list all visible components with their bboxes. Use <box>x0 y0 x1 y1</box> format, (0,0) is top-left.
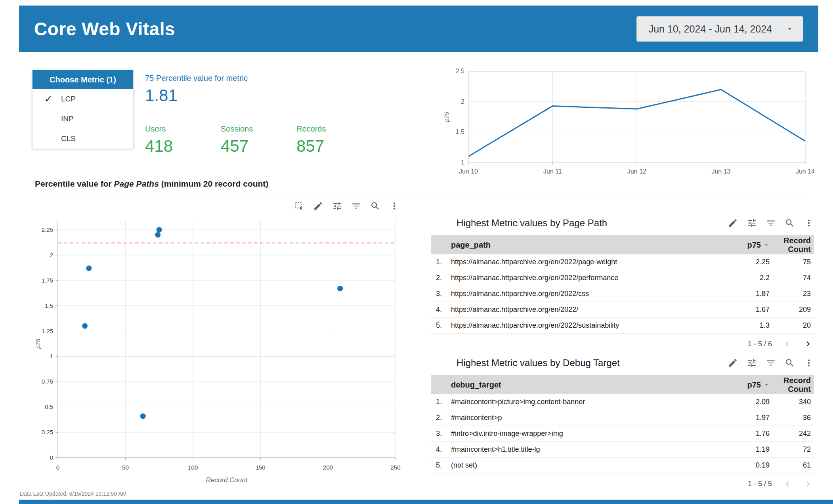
table-row[interactable]: 3.#intro>div.intro-image-wrapper>img1.76… <box>431 426 814 442</box>
table-row[interactable]: 4.https://almanac.httparchive.org/en/202… <box>431 302 814 318</box>
record-count-column-header[interactable]: Record Count <box>770 236 814 254</box>
table-cell: 1.67 <box>710 305 770 314</box>
last-updated-text: Data Last Updated: 6/15/2024 10:12:50 AM <box>20 491 126 497</box>
more-options-icon[interactable] <box>804 358 814 368</box>
table-cell: 3. <box>431 430 451 438</box>
svg-text:2: 2 <box>461 98 464 105</box>
section-title: Percentile value for Page Paths (minimum… <box>35 179 268 189</box>
table-pagination: 1 - 5 / 5 <box>431 473 814 494</box>
table-cell: 340 <box>770 398 814 406</box>
edit-icon[interactable] <box>728 358 738 368</box>
more-options-icon[interactable] <box>804 218 814 228</box>
date-range-label: Jun 10, 2024 - Jun 14, 2024 <box>649 23 772 35</box>
table-cell: #maincontent>picture>img.content-banner <box>451 398 710 406</box>
tune-icon[interactable] <box>747 358 757 368</box>
table-title: Highest Metric values by Page Path <box>457 218 607 229</box>
sessions-label: Sessions <box>221 124 253 134</box>
users-scorecard: Users 418 <box>145 124 173 156</box>
percentile-scorecard: 75 Percentile value for metric 1.81 <box>145 74 248 105</box>
p75-column-header[interactable]: p75 <box>710 241 770 250</box>
metric-option-inp[interactable]: INP <box>32 109 133 129</box>
zoom-icon[interactable] <box>785 358 795 368</box>
table-row[interactable]: 2.https://almanac.httparchive.org/en/202… <box>431 270 814 286</box>
pagination-label: 1 - 5 / 6 <box>748 340 772 348</box>
sort-desc-icon <box>763 242 770 248</box>
timeseries-chart[interactable]: 11.522.5Jun 10Jun 11Jun 12Jun 13Jun 14p7… <box>440 67 820 174</box>
metric-option-cls[interactable]: CLS <box>32 129 133 149</box>
table-cell: 2.2 <box>710 274 770 282</box>
table-row[interactable]: 2.#maincontent>p1.9736 <box>431 410 814 426</box>
svg-text:2.5: 2.5 <box>456 68 464 74</box>
page-path-table: Highest Metric values by Page Path page_… <box>431 214 814 354</box>
svg-text:p75: p75 <box>34 338 41 349</box>
table-cell: #intro>div.intro-image-wrapper>img <box>451 430 710 438</box>
table-cell: https://almanac.httparchive.org/en/2022/… <box>451 274 710 282</box>
table-body: 1.#maincontent>picture>img.content-banne… <box>431 394 814 473</box>
table-cell: 4. <box>431 445 451 454</box>
table-cell: #maincontent>h1.title.title-lg <box>451 445 710 454</box>
records-label: Records <box>296 124 326 134</box>
table-cell: 2.09 <box>710 398 770 406</box>
svg-text:0: 0 <box>56 464 59 471</box>
table-cell: https://almanac.httparchive.org/en/2022/… <box>451 290 710 298</box>
prev-page-button[interactable] <box>782 479 793 489</box>
table-cell: 1.87 <box>710 290 770 298</box>
metric-selector-panel: Choose Metric (1) ✓LCPINPCLS <box>32 70 134 149</box>
table-toolbar <box>728 218 814 228</box>
table-row[interactable]: 3.https://almanac.httparchive.org/en/202… <box>431 286 814 302</box>
records-value: 857 <box>296 137 326 156</box>
svg-text:1: 1 <box>461 159 464 166</box>
date-range-picker[interactable]: Jun 10, 2024 - Jun 14, 2024 <box>636 16 803 42</box>
record-count-column-header[interactable]: Record Count <box>770 376 814 394</box>
users-value: 418 <box>145 137 173 156</box>
prev-page-button[interactable] <box>782 339 793 349</box>
percentile-value: 1.81 <box>145 86 248 105</box>
table-pagination: 1 - 5 / 6 <box>431 334 814 354</box>
p75-column-header[interactable]: p75 <box>710 380 770 389</box>
svg-text:250: 250 <box>390 464 400 471</box>
scatter-chart[interactable]: 05010015020025000.250.50.7511.251.51.752… <box>34 214 402 487</box>
table-cell: 0.19 <box>710 461 770 470</box>
table-row[interactable]: 5.(not set)0.1961 <box>431 458 814 473</box>
records-scorecard: Records 857 <box>296 124 326 156</box>
table-row[interactable]: 1.#maincontent>picture>img.content-banne… <box>431 394 814 410</box>
svg-text:1: 1 <box>50 353 53 359</box>
svg-text:Jun 12: Jun 12 <box>627 168 646 174</box>
table-cell: 2. <box>431 414 451 422</box>
next-page-button[interactable] <box>803 339 813 349</box>
filter-icon[interactable] <box>766 358 776 368</box>
filter-icon[interactable] <box>766 218 776 228</box>
debug-target-column-header[interactable]: debug_target <box>451 380 710 389</box>
table-cell: 1.3 <box>710 321 770 330</box>
table-row[interactable]: 1.https://almanac.httparchive.org/en/202… <box>431 254 814 270</box>
marquee-select-icon[interactable] <box>294 201 304 211</box>
table-cell: 242 <box>770 430 814 438</box>
table-header-row: debug_target p75 Record Count <box>431 375 814 394</box>
edit-icon[interactable] <box>313 201 323 211</box>
p75-header-label: p75 <box>747 241 761 250</box>
report-canvas: Core Web Vitals Jun 10, 2024 - Jun 14, 2… <box>0 0 833 504</box>
table-cell: 75 <box>770 258 814 266</box>
svg-text:50: 50 <box>122 464 129 471</box>
check-icon: ✓ <box>44 94 61 105</box>
filter-icon[interactable] <box>351 201 361 211</box>
svg-text:150: 150 <box>256 464 266 471</box>
pagination-label: 1 - 5 / 5 <box>748 480 772 488</box>
zoom-icon[interactable] <box>785 218 795 228</box>
edit-icon[interactable] <box>728 218 738 228</box>
page-path-column-header[interactable]: page_path <box>451 241 710 250</box>
sessions-value: 457 <box>221 137 253 156</box>
table-cell: #maincontent>p <box>451 414 710 422</box>
percentile-label: 75 Percentile value for metric <box>145 74 248 83</box>
table-row[interactable]: 5.https://almanac.httparchive.org/en/202… <box>431 318 814 334</box>
tune-icon[interactable] <box>332 201 342 211</box>
svg-text:Jun 11: Jun 11 <box>543 168 562 174</box>
tune-icon[interactable] <box>747 218 757 228</box>
next-page-button[interactable] <box>803 479 813 489</box>
table-cell: 61 <box>770 461 814 470</box>
table-cell: 74 <box>770 274 814 282</box>
table-row[interactable]: 4.#maincontent>h1.title.title-lg1.1972 <box>431 442 814 458</box>
metric-option-lcp[interactable]: ✓LCP <box>32 89 133 109</box>
zoom-icon[interactable] <box>370 201 380 211</box>
more-options-icon[interactable] <box>389 201 399 211</box>
